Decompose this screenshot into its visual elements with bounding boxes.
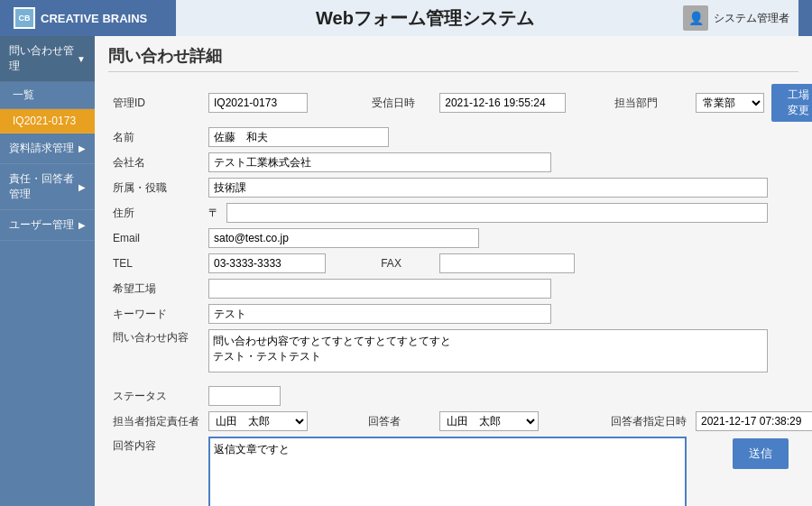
sidebar: 問い合わせ管理 ▼ 一覧 IQ2021-0173 資料請求管理 ▶ 責任・回答者… [0, 36, 95, 506]
table-row: 会社名 [108, 150, 812, 175]
received-date-input[interactable] [439, 93, 566, 113]
address-input[interactable] [226, 203, 768, 223]
assignee-label: 担当者指定責任者 [108, 409, 204, 434]
sidebar-item-list[interactable]: 一覧 [0, 82, 95, 109]
logo: CB CREATIVE BRAINS [14, 7, 176, 29]
management-id-cell [204, 81, 363, 124]
assignee-cell: 山田 太郎 [204, 409, 363, 434]
email-cell [204, 225, 812, 251]
fax-cell [435, 251, 812, 276]
assignee-select[interactable]: 山田 太郎 [208, 411, 308, 431]
sidebar-item-user-mgmt[interactable]: ユーザー管理 ▶ [0, 210, 95, 241]
table-row: TEL FAX [108, 251, 812, 276]
fax-label: FAX [363, 251, 435, 276]
status-cell [204, 383, 812, 409]
name-cell [204, 124, 812, 150]
email-input[interactable] [208, 228, 479, 248]
company-input[interactable] [208, 152, 551, 172]
app-header: CB CREATIVE BRAINS Webフォーム管理システム 👤 システム管… [0, 0, 812, 36]
tel-label: TEL [108, 251, 204, 276]
sidebar-label-material-mgmt: 資料請求管理 [9, 141, 74, 156]
address-prefix: 〒 [208, 206, 219, 221]
user-label: システム管理者 [714, 11, 789, 26]
sidebar-label-responsible: 責任・回答者管理 [9, 171, 78, 202]
app-title: Webフォーム管理システム [176, 0, 674, 36]
inquiry-content-label: 問い合わせ内容 [108, 327, 204, 378]
chevron-icon-user: ▶ [78, 220, 86, 230]
tel-cell [204, 251, 363, 276]
reply-content-label: 回答内容 [108, 434, 204, 506]
tel-input[interactable] [208, 253, 326, 273]
table-row: ステータス [108, 383, 812, 409]
management-id-input[interactable] [208, 93, 308, 113]
chevron-icon-responsible: ▶ [78, 182, 86, 192]
page-title: 問い合わせ詳細 [108, 45, 798, 72]
sidebar-item-responsible-mgmt[interactable]: 責任・回答者管理 ▶ [0, 164, 95, 210]
table-row: Email [108, 225, 812, 251]
user-info: 👤 システム管理者 [674, 0, 798, 36]
table-row: 住所 〒 [108, 200, 812, 225]
sidebar-item-iq2021-0173[interactable]: IQ2021-0173 [0, 109, 95, 133]
status-label: ステータス [108, 383, 204, 409]
responder-cell: 山田 太郎 [435, 409, 605, 434]
department-cell: 常業部 工場変更 [691, 81, 812, 124]
name-label: 名前 [108, 124, 204, 150]
desired-factory-input[interactable] [208, 279, 551, 299]
responder-label: 回答者 [363, 409, 435, 434]
company-cell [204, 150, 812, 175]
position-label: 所属・役職 [108, 175, 204, 200]
keyword-input[interactable] [208, 304, 551, 324]
logo-text: CREATIVE BRAINS [41, 12, 147, 25]
table-row: 所属・役職 [108, 175, 812, 200]
table-row: 回答内容 返信文章ですと 送信 [108, 434, 812, 506]
inquiry-content-textarea[interactable]: 問い合わせ内容ですとてすとてすとてすとてすと テスト・テストテスト [208, 329, 768, 373]
response-date-cell [691, 409, 812, 434]
received-date-label: 受信日時 [363, 81, 435, 124]
table-row: 名前 [108, 124, 812, 150]
desired-factory-label: 希望工場 [108, 276, 204, 301]
logo-icon: CB [14, 7, 35, 29]
main-content: 問い合わせ詳細 管理ID 受信日時 担当部門 常業部 [95, 36, 812, 506]
address-cell: 〒 [204, 200, 812, 225]
response-date-label: 回答者指定日時 [605, 409, 691, 434]
inquiry-content-cell: 問い合わせ内容ですとてすとてすとてすとてすと テスト・テストテスト [204, 327, 812, 378]
table-row: 管理ID 受信日時 担当部門 常業部 工場変更 [108, 81, 812, 124]
department-label: 担当部門 [605, 81, 691, 124]
reply-content-cell: 返信文章ですと [204, 434, 691, 506]
user-avatar: 👤 [683, 5, 708, 31]
table-row: 担当者指定責任者 山田 太郎 回答者 山田 太郎 回答者指定日時 [108, 409, 812, 434]
response-date-input[interactable] [696, 411, 812, 431]
address-label: 住所 [108, 200, 204, 225]
form-table: 管理ID 受信日時 担当部門 常業部 工場変更 [108, 81, 812, 506]
name-input[interactable] [208, 127, 389, 147]
reply-content-textarea[interactable]: 返信文章ですと [208, 437, 687, 506]
main-layout: 問い合わせ管理 ▼ 一覧 IQ2021-0173 資料請求管理 ▶ 責任・回答者… [0, 36, 812, 506]
position-cell [204, 175, 812, 200]
department-select[interactable]: 常業部 [696, 93, 764, 113]
chevron-icon: ▼ [77, 54, 86, 64]
received-date-cell [435, 81, 605, 124]
email-label: Email [108, 225, 204, 251]
responder-select[interactable]: 山田 太郎 [439, 411, 539, 431]
fax-input[interactable] [439, 253, 575, 273]
sidebar-label-user-mgmt: ユーザー管理 [9, 217, 74, 233]
sidebar-label-list: 一覧 [13, 88, 34, 101]
sidebar-label-iq2021: IQ2021-0173 [13, 115, 76, 127]
management-id-label: 管理ID [108, 81, 204, 124]
keyword-label: キーワード [108, 301, 204, 327]
factory-change-button[interactable]: 工場変更 [771, 84, 812, 122]
chevron-icon-material: ▶ [78, 143, 86, 153]
table-row: 問い合わせ内容 問い合わせ内容ですとてすとてすとてすとてすと テスト・テストテス… [108, 327, 812, 378]
table-row: 希望工場 [108, 276, 812, 301]
table-row: キーワード [108, 301, 812, 327]
sidebar-item-inquiry-mgmt[interactable]: 問い合わせ管理 ▼ [0, 36, 95, 82]
status-input[interactable] [208, 386, 281, 406]
sidebar-item-material-mgmt[interactable]: 資料請求管理 ▶ [0, 133, 95, 164]
sidebar-label-inquiry-mgmt: 問い合わせ管理 [9, 43, 77, 74]
company-label: 会社名 [108, 150, 204, 175]
send-btn-cell: 送信 [691, 434, 812, 506]
keyword-cell [204, 301, 812, 327]
send-button[interactable]: 送信 [733, 438, 789, 469]
position-input[interactable] [208, 178, 768, 198]
desired-factory-cell [204, 276, 812, 301]
